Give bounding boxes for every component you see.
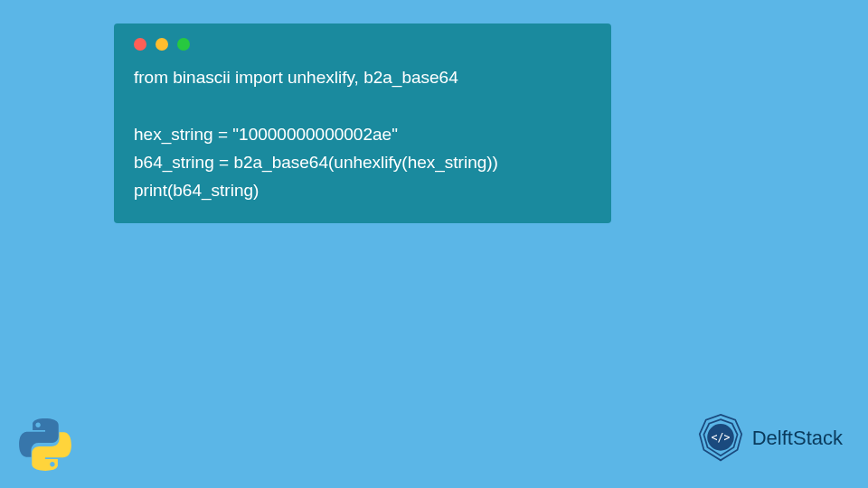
code-block: from binascii import unhexlify, b2a_base… — [114, 23, 611, 223]
code-line: print(b64_string) — [134, 181, 259, 200]
maximize-icon — [177, 38, 190, 51]
brand-name: DelftStack — [752, 427, 843, 450]
python-logo-icon — [18, 418, 72, 472]
svg-text:</>: </> — [711, 431, 730, 444]
delftstack-logo: </> DelftStack — [694, 412, 843, 465]
close-icon — [134, 38, 146, 51]
code-line: hex_string = "10000000000002ae" — [134, 125, 398, 144]
code-line: b64_string = b2a_base64(unhexlify(hex_st… — [134, 153, 498, 172]
code-content: from binascii import unhexlify, b2a_base… — [134, 63, 591, 205]
code-line: from binascii import unhexlify, b2a_base… — [134, 68, 458, 87]
window-controls — [134, 38, 591, 51]
minimize-icon — [156, 38, 168, 51]
delftstack-icon: </> — [694, 412, 747, 465]
